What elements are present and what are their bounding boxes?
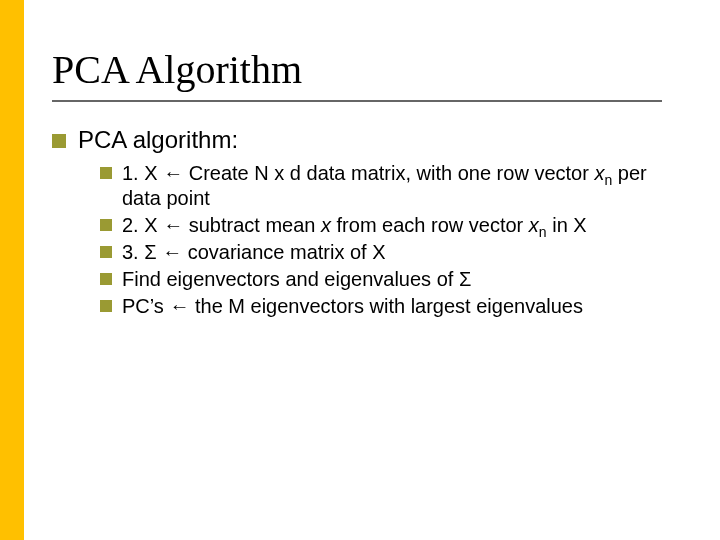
slide-title: PCA Algorithm — [52, 46, 302, 93]
title-underline — [52, 100, 662, 102]
var-x: x — [529, 214, 539, 236]
level2-list: 1. X ← Create N x d data matrix, with on… — [100, 161, 672, 319]
item-mid: from each row vector — [331, 214, 529, 236]
item-text: the M eigenvectors with largest eigenval… — [189, 295, 583, 317]
arrow-left-icon: ← — [163, 162, 183, 184]
square-bullet-icon — [52, 134, 66, 148]
arrow-left-icon: ← — [162, 241, 182, 263]
item-prefix: 2. X — [122, 214, 163, 236]
square-bullet-icon — [100, 246, 112, 258]
list-item: 2. X ← subtract mean x from each row vec… — [100, 213, 672, 238]
slide: PCA Algorithm PCA algorithm: 1. X ← Crea… — [0, 0, 720, 540]
var-x: x — [594, 162, 604, 184]
subscript-n: n — [539, 224, 547, 240]
item-text: covariance matrix of X — [182, 241, 385, 263]
item-prefix: 3. Σ — [122, 241, 162, 263]
list-item: 3. Σ ← covariance matrix of X — [100, 240, 672, 265]
bullet-level1: PCA algorithm: 1. X ← Create N x d data … — [52, 126, 672, 319]
item-tail: in X — [547, 214, 587, 236]
item-prefix: PC’s — [122, 295, 169, 317]
arrow-left-icon: ← — [163, 214, 183, 236]
var-x-mean: x — [321, 214, 331, 236]
square-bullet-icon — [100, 273, 112, 285]
level1-text: PCA algorithm: — [78, 126, 238, 153]
arrow-left-icon: ← — [169, 295, 189, 317]
square-bullet-icon — [100, 300, 112, 312]
list-item: 1. X ← Create N x d data matrix, with on… — [100, 161, 672, 211]
item-text: subtract mean — [183, 214, 321, 236]
square-bullet-icon — [100, 219, 112, 231]
item-text: Find eigenvectors and eigenvalues of Σ — [122, 268, 471, 290]
content-area: PCA algorithm: 1. X ← Create N x d data … — [52, 126, 672, 325]
square-bullet-icon — [100, 167, 112, 179]
item-prefix: 1. X — [122, 162, 163, 184]
item-text: Create N x d data matrix, with one row v… — [183, 162, 594, 184]
list-item: PC’s ← the M eigenvectors with largest e… — [100, 294, 672, 319]
list-item: Find eigenvectors and eigenvalues of Σ — [100, 267, 672, 292]
accent-bar — [0, 0, 24, 540]
